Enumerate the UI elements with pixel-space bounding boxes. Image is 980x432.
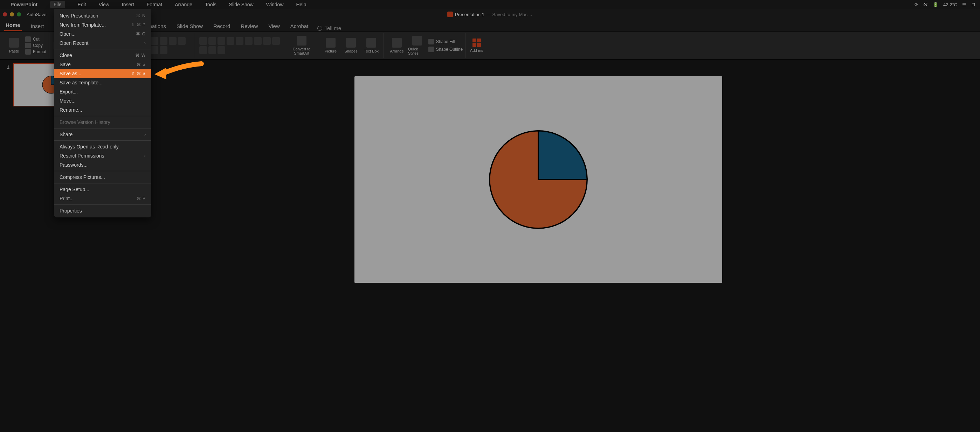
underline-icon[interactable] [151,37,158,45]
menu-item-rename[interactable]: Rename... [54,105,151,114]
bulb-icon [317,26,322,31]
menu-item-share[interactable]: Share› [54,130,151,139]
menu-item-passwords[interactable]: Passwords... [54,160,151,170]
quick-styles-icon [412,36,422,46]
menu-separator [54,171,151,171]
menu-item-new-presentation[interactable]: New Presentation⌘ N [54,11,151,20]
status-icon[interactable]: 🛠 [923,2,928,7]
bucket-icon [428,39,434,44]
document-title[interactable]: Presentation 1 [455,12,484,17]
increase-indent-icon[interactable] [227,37,234,45]
columns-icon[interactable] [218,46,225,54]
menu-item-properties[interactable]: Properties [54,206,151,215]
mac-menu-view[interactable]: View [99,2,109,7]
highlight-color-icon[interactable] [151,46,158,54]
scissors-icon [25,37,31,42]
minimize-window-button[interactable] [10,12,14,16]
mac-menu-slide-show[interactable]: Slide Show [229,2,254,7]
mac-menu-tools[interactable]: Tools [205,2,216,7]
shortcut-label: ⇧ ⌘ S [131,71,146,76]
menu-item-save-as[interactable]: Save as...⇧ ⌘ S [54,69,151,78]
format-painter-button[interactable]: Format [25,49,46,55]
line-spacing-icon[interactable] [236,37,243,45]
slide[interactable] [355,76,722,283]
font-color-icon[interactable] [160,46,167,54]
menu-item-save-as-template[interactable]: Save as Template... [54,78,151,87]
arrange-button[interactable]: Arrange [388,38,406,53]
chevron-down-icon[interactable]: ⌄ [530,12,533,17]
mac-menu-file[interactable]: File [50,1,65,8]
tell-me-search[interactable]: Tell me [317,25,341,31]
menu-item-print[interactable]: Print...⌘ P [54,194,151,203]
tab-insert[interactable]: Insert [29,21,46,31]
mac-menu-arrange[interactable]: Arrange [175,2,192,7]
numbering-icon[interactable] [208,37,216,45]
status-icon[interactable]: ☰ [962,2,966,7]
menu-separator [54,116,151,116]
copy-button[interactable]: Copy [25,43,46,48]
text-direction-icon[interactable] [245,37,253,45]
subscript-icon[interactable] [178,37,186,45]
textbox-button[interactable]: Text Box [362,38,380,53]
brush-icon [25,49,31,55]
mac-menu-window[interactable]: Window [266,2,284,7]
powerpoint-file-icon [447,11,453,17]
menu-item-export[interactable]: Export... [54,87,151,96]
shape-fill-button[interactable]: Shape Fill [428,39,463,44]
align-right-icon[interactable] [272,37,280,45]
align-vertical-icon[interactable] [208,46,216,54]
menu-separator [54,49,151,49]
decrease-indent-icon[interactable] [218,37,225,45]
pen-icon [428,46,434,52]
align-left-icon[interactable] [254,37,262,45]
menu-item-close[interactable]: Close⌘ W [54,51,151,60]
menu-item-move[interactable]: Move... [54,96,151,105]
superscript-icon[interactable] [169,37,177,45]
bullets-icon[interactable] [199,37,207,45]
traffic-lights[interactable] [3,12,21,16]
shortcut-label: ⌘ O [136,32,146,37]
justify-icon[interactable] [199,46,207,54]
menu-item-always-open-as-read-only[interactable]: Always Open as Read-only [54,142,151,151]
mac-menu-format[interactable]: Format [147,2,162,7]
menu-item-open-recent[interactable]: Open Recent› [54,38,151,48]
mac-menu-help[interactable]: Help [296,2,307,7]
menu-item-browse-version-history: Browse Version History [54,118,151,127]
tab-review[interactable]: Review [239,21,259,31]
slide-canvas-area[interactable] [96,59,980,432]
menu-item-new-from-template[interactable]: New from Template...⇧ ⌘ P [54,20,151,29]
close-window-button[interactable] [3,12,7,16]
mac-menu-insert[interactable]: Insert [122,2,134,7]
picture-button[interactable]: Picture [321,38,340,53]
menu-item-page-setup[interactable]: Page Setup... [54,185,151,194]
strike-icon[interactable] [160,37,167,45]
addins-button[interactable]: Add-ins [467,33,486,58]
menu-item-restrict-permissions[interactable]: Restrict Permissions› [54,151,151,160]
convert-smartart-button[interactable]: Convert to SmartArt [289,36,314,55]
menu-item-save[interactable]: Save⌘ S [54,60,151,69]
menu-item-compress-pictures[interactable]: Compress Pictures... [54,173,151,182]
tab-view[interactable]: View [267,21,281,31]
tab-slide-show[interactable]: Slide Show [175,21,204,31]
menu-separator [54,205,151,205]
tab-acrobat[interactable]: Acrobat [289,21,310,31]
status-icon[interactable]: 🔋 [933,2,938,7]
autosave-toggle-label[interactable]: AutoSave [27,12,46,17]
cut-button[interactable]: Cut [25,37,46,42]
mac-app-name[interactable]: PowerPoint [11,2,38,7]
shapes-button[interactable]: Shapes [342,38,360,53]
tab-record[interactable]: Record [212,21,232,31]
pie-slice[interactable] [538,131,587,179]
shape-outline-button[interactable]: Shape Outline [428,46,463,52]
zoom-window-button[interactable] [17,12,21,16]
quick-styles-button[interactable]: Quick Styles [408,36,426,55]
tab-home[interactable]: Home [4,20,22,31]
status-icon[interactable]: 🗒 [971,2,976,7]
paste-button[interactable]: Paste [5,38,23,53]
align-center-icon[interactable] [263,37,271,45]
mac-menu-edit[interactable]: Edit [78,2,86,7]
slide-number: 1 [7,63,10,70]
status-icon[interactable]: ⟳ [915,2,918,7]
pie-chart[interactable] [488,129,589,230]
menu-item-open[interactable]: Open...⌘ O [54,29,151,38]
